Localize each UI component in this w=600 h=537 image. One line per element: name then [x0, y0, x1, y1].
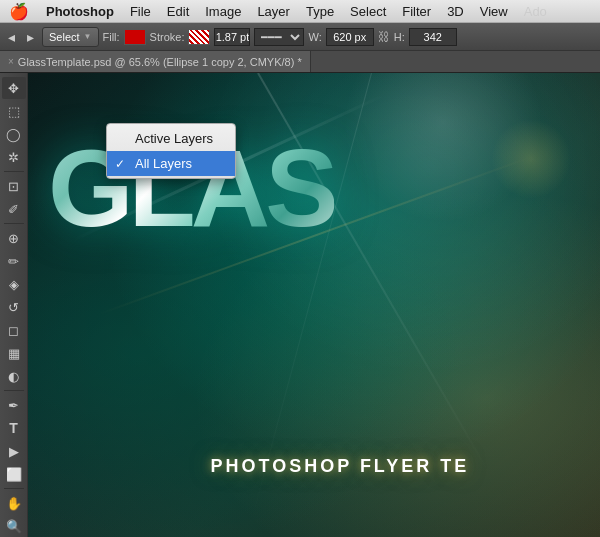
tabbar: × GlassTemplate.psd @ 65.6% (Ellipse 1 c…	[0, 51, 600, 73]
menu-view[interactable]: View	[472, 0, 516, 22]
lasso-tool[interactable]: ◯	[2, 123, 26, 145]
stamp-tool[interactable]: ◈	[2, 273, 26, 295]
app-name[interactable]: Photoshop	[38, 0, 122, 22]
zoom-tool[interactable]: 🔍	[2, 515, 26, 537]
dropdown-item-all-layers[interactable]: ✓ All Layers	[107, 151, 235, 176]
document-tab[interactable]: × GlassTemplate.psd @ 65.6% (Ellipse 1 c…	[0, 51, 311, 72]
check-icon-all-layers: ✓	[115, 157, 129, 171]
dropdown-arrow-icon: ▼	[84, 32, 92, 41]
canvas-area: GLAS PHOTOSHOP FLYER TE Active Layers ✓ …	[28, 73, 600, 537]
brush-tool[interactable]: ✏	[2, 250, 26, 272]
flyer-subtitle-text: PHOTOSHOP FLYER TE	[211, 456, 470, 477]
gradient-tool[interactable]: ▦	[2, 342, 26, 364]
select-dropdown-label: Select	[49, 31, 80, 43]
tool-separator-1	[4, 171, 24, 172]
menu-type[interactable]: Type	[298, 0, 342, 22]
menubar: 🍎 Photoshop File Edit Image Layer Type S…	[0, 0, 600, 23]
dropdown-item-active-layers[interactable]: Active Layers	[107, 126, 235, 151]
tab-title: GlassTemplate.psd @ 65.6% (Ellipse 1 cop…	[18, 56, 302, 68]
w-input[interactable]	[326, 28, 374, 46]
blur-tool[interactable]: ◐	[2, 365, 26, 387]
fill-label: Fill:	[103, 31, 120, 43]
stroke-type-select[interactable]: ━━━	[254, 28, 304, 46]
select-dropdown[interactable]: Select ▼	[42, 27, 99, 47]
ado-label: Ado	[516, 4, 547, 19]
eyedropper-tool[interactable]: ✐	[2, 198, 26, 220]
stroke-color-box[interactable]	[188, 29, 210, 45]
main-area: ✥ ⬚ ◯ ✲ ⊡ ✐ ⊕ ✏ ◈ ↺ ◻ ▦ ◐ ✒ T ▶ ⬜ ✋ 🔍	[0, 73, 600, 537]
menu-edit[interactable]: Edit	[159, 0, 197, 22]
active-layers-label: Active Layers	[135, 131, 213, 146]
marquee-tool[interactable]: ⬚	[2, 100, 26, 122]
layers-dropdown-menu: Active Layers ✓ All Layers	[106, 123, 236, 179]
apple-menu[interactable]: 🍎	[0, 2, 38, 21]
toolbar-forward-arrow[interactable]: ▸	[23, 27, 38, 47]
chain-link-icon: ⛓	[378, 30, 390, 44]
tool-separator-3	[4, 390, 24, 391]
pen-tool[interactable]: ✒	[2, 394, 26, 416]
shape-tool[interactable]: ⬜	[2, 463, 26, 485]
magic-wand-tool[interactable]: ✲	[2, 146, 26, 168]
apple-icon: 🍎	[9, 2, 29, 21]
menu-3d[interactable]: 3D	[439, 0, 472, 22]
path-selection-tool[interactable]: ▶	[2, 440, 26, 462]
left-toolbar: ✥ ⬚ ◯ ✲ ⊡ ✐ ⊕ ✏ ◈ ↺ ◻ ▦ ◐ ✒ T ▶ ⬜ ✋ 🔍	[0, 73, 28, 537]
h-label: H:	[394, 31, 405, 43]
toolbar-back-arrow[interactable]: ◂	[4, 27, 19, 47]
move-tool[interactable]: ✥	[2, 77, 26, 99]
fill-color-box[interactable]	[124, 29, 146, 45]
menu-image[interactable]: Image	[197, 0, 249, 22]
menu-select[interactable]: Select	[342, 0, 394, 22]
type-tool[interactable]: T	[2, 417, 26, 439]
heal-tool[interactable]: ⊕	[2, 227, 26, 249]
crop-tool[interactable]: ⊡	[2, 175, 26, 197]
all-layers-label: All Layers	[135, 156, 192, 171]
toolbar: ◂ ▸ Select ▼ Fill: Stroke: ━━━ W: ⛓ H:	[0, 23, 600, 51]
menu-filter[interactable]: Filter	[394, 0, 439, 22]
history-brush-tool[interactable]: ↺	[2, 296, 26, 318]
w-label: W:	[308, 31, 321, 43]
check-icon-active-layers	[115, 132, 129, 146]
stroke-label: Stroke:	[150, 31, 185, 43]
menu-file[interactable]: File	[122, 0, 159, 22]
tool-separator-4	[4, 488, 24, 489]
stroke-pt-input[interactable]	[214, 28, 250, 46]
h-input[interactable]	[409, 28, 457, 46]
menu-layer[interactable]: Layer	[249, 0, 298, 22]
tab-close-icon[interactable]: ×	[8, 56, 14, 67]
eraser-tool[interactable]: ◻	[2, 319, 26, 341]
hand-tool[interactable]: ✋	[2, 492, 26, 514]
tool-separator-2	[4, 223, 24, 224]
